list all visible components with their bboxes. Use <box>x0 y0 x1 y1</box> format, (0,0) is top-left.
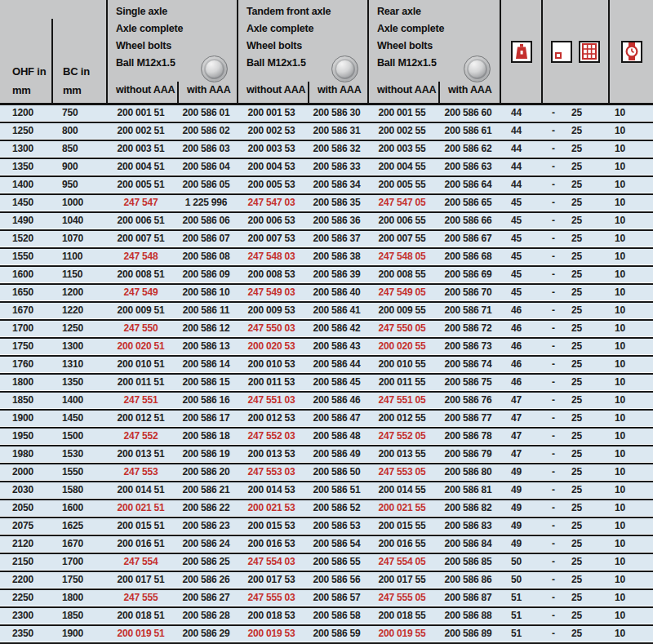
group-title: Rear axle <box>377 3 500 20</box>
bc-label-line1: BC in <box>63 62 106 81</box>
table-row: 18001350200 011 51200 586 15200 011 5320… <box>0 375 653 393</box>
cell-rear-with-aaa: 200 586 73 <box>437 339 500 355</box>
cell-weight: 46 <box>500 339 541 355</box>
cell-package: - <box>541 267 566 283</box>
cell-time: 10 <box>608 482 653 499</box>
ohf-label-line1: OHF in <box>12 62 52 81</box>
cell-rear-with-aaa: 200 586 86 <box>437 572 500 588</box>
cell-ohf-mm: 1450 <box>0 195 52 211</box>
cell-bc-mm: 1625 <box>52 518 106 535</box>
cell-grid-qty: 25 <box>566 213 608 229</box>
cell-grid-qty: 25 <box>566 429 608 445</box>
cell-bc-mm: 1400 <box>52 393 106 409</box>
cell-ohf-mm: 1490 <box>0 213 52 229</box>
cell-single-with-aaa: 1 225 996 <box>175 195 237 211</box>
cell-single-without-aaa: 200 019 51 <box>106 626 175 642</box>
cell-single-without-aaa: 200 015 51 <box>106 518 175 535</box>
cell-tandem-without-aaa: 200 014 53 <box>237 482 306 499</box>
cell-time: 10 <box>608 249 653 265</box>
cell-weight: 47 <box>500 393 541 409</box>
cell-ohf-mm: 1670 <box>0 303 52 319</box>
cell-grid-qty: 25 <box>566 446 608 463</box>
table-row: 14501000247 5471 225 996247 547 03200 58… <box>0 195 653 213</box>
table-row: 19801530200 013 51200 586 19200 013 5320… <box>0 446 653 464</box>
cell-bc-mm: 1450 <box>52 411 106 427</box>
cell-rear-without-aaa: 200 016 55 <box>367 536 437 553</box>
group-line: Axle complete <box>116 20 237 38</box>
cell-package: - <box>541 554 566 571</box>
cell-rear-with-aaa: 200 586 79 <box>437 446 500 463</box>
table-header: OHF in mm BC in mm Single axle Axle comp… <box>0 0 653 105</box>
cell-rear-with-aaa: 200 586 80 <box>437 464 500 481</box>
cell-rear-with-aaa: 200 586 83 <box>437 518 500 535</box>
cell-weight: 47 <box>500 411 541 427</box>
cell-time: 10 <box>608 123 653 140</box>
cell-grid-qty: 25 <box>566 482 608 499</box>
cell-rear-with-aaa: 200 586 88 <box>437 608 500 624</box>
cell-grid-qty: 25 <box>566 357 608 373</box>
cell-weight: 51 <box>500 608 541 624</box>
cell-ohf-mm: 1350 <box>0 159 52 175</box>
cell-rear-without-aaa: 200 018 55 <box>367 608 437 624</box>
cell-tandem-without-aaa: 247 549 03 <box>237 285 306 301</box>
cell-rear-without-aaa: 200 004 55 <box>367 159 437 175</box>
cell-tandem-without-aaa: 200 007 53 <box>237 231 306 247</box>
table-row: 17001250247 550200 586 12247 550 03200 5… <box>0 321 653 339</box>
group-header-tandem-front-axle: Tandem front axle Axle complete Wheel bo… <box>237 0 367 103</box>
subheader-with-aaa: with AAA <box>308 82 367 103</box>
table-row: 20001550247 553200 586 20247 553 03200 5… <box>0 464 653 482</box>
cell-tandem-with-aaa: 200 586 33 <box>306 159 367 175</box>
cell-package: - <box>541 339 566 355</box>
cell-single-without-aaa: 200 014 51 <box>106 482 175 499</box>
table-row: 1300850200 003 51200 586 03200 003 53200… <box>0 141 653 159</box>
cell-weight: 46 <box>500 357 541 373</box>
cell-time: 10 <box>608 231 653 247</box>
cell-rear-with-aaa: 200 586 61 <box>437 123 500 140</box>
cell-weight: 51 <box>500 626 541 642</box>
cell-package: - <box>541 141 566 158</box>
group-header-single-axle: Single axle Axle complete Wheel bolts Ba… <box>106 0 237 103</box>
cell-tandem-without-aaa: 247 552 03 <box>237 429 306 445</box>
cell-package: - <box>541 249 566 265</box>
cell-bc-mm: 850 <box>52 141 106 158</box>
cell-bc-mm: 1350 <box>52 375 106 391</box>
cell-ohf-mm: 1200 <box>0 105 52 122</box>
cell-tandem-with-aaa: 200 586 39 <box>306 267 367 283</box>
cell-rear-without-aaa: 200 008 55 <box>367 267 437 283</box>
cell-single-without-aaa: 247 548 <box>106 249 175 265</box>
cell-weight: 49 <box>500 500 541 517</box>
cell-package: - <box>541 285 566 301</box>
cell-single-with-aaa: 200 586 04 <box>175 159 237 175</box>
table-row: 21501700247 554200 586 25247 554 03200 5… <box>0 554 653 572</box>
table-row: 22001750200 017 51200 586 26200 017 5320… <box>0 572 653 590</box>
table-row: 1250800200 002 51200 586 02200 002 53200… <box>0 123 653 141</box>
catalog-table-page: OHF in mm BC in mm Single axle Axle comp… <box>0 0 653 644</box>
cell-weight: 44 <box>500 123 541 140</box>
cell-ohf-mm: 1980 <box>0 446 52 463</box>
cell-ohf-mm: 1800 <box>0 375 52 391</box>
column-header-bc: BC in mm <box>52 0 106 103</box>
cell-single-with-aaa: 200 586 13 <box>175 339 237 355</box>
cell-weight: 50 <box>500 554 541 571</box>
cell-grid-qty: 25 <box>566 105 608 122</box>
cell-single-with-aaa: 200 586 12 <box>175 321 237 337</box>
cell-single-without-aaa: 200 021 51 <box>106 500 175 517</box>
cell-rear-without-aaa: 200 009 55 <box>367 303 437 319</box>
package-inner-square <box>555 52 562 59</box>
cell-tandem-without-aaa: 247 551 03 <box>237 393 306 409</box>
cell-time: 10 <box>608 213 653 229</box>
cell-weight: 45 <box>500 231 541 247</box>
cell-ohf-mm: 1550 <box>0 249 52 265</box>
cell-single-without-aaa: 200 011 51 <box>106 375 175 391</box>
table-row: 14901040200 006 51200 586 06200 006 5320… <box>0 213 653 231</box>
cell-bc-mm: 1900 <box>52 626 106 642</box>
cell-rear-with-aaa: 200 586 87 <box>437 590 500 606</box>
table-row: 17501300200 020 51200 586 13200 020 5320… <box>0 339 653 357</box>
cell-grid-qty: 25 <box>566 267 608 283</box>
cell-ohf-mm: 1750 <box>0 339 52 355</box>
cell-tandem-with-aaa: 200 586 46 <box>306 393 367 409</box>
table-row: 19001450200 012 51200 586 17200 012 5320… <box>0 411 653 429</box>
cell-tandem-with-aaa: 200 586 38 <box>306 249 367 265</box>
cell-tandem-with-aaa: 200 586 41 <box>306 303 367 319</box>
cell-package: - <box>541 518 566 535</box>
